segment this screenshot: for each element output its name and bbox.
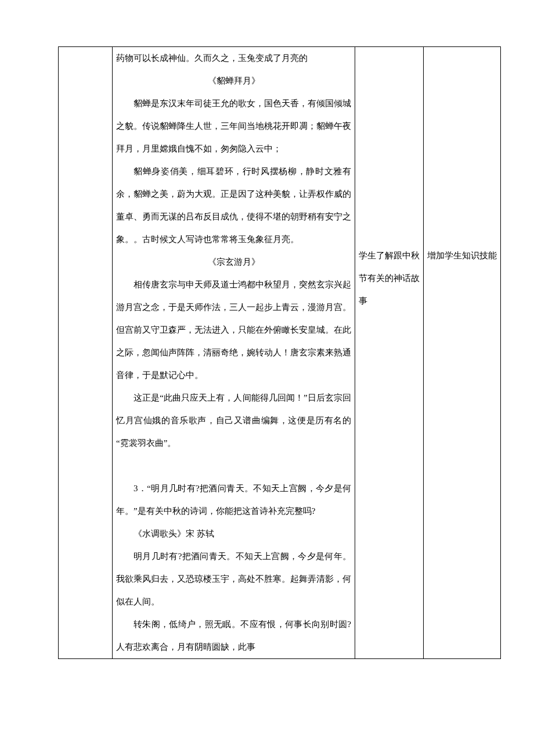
title-diaocan: 《貂蝉拜月》 bbox=[116, 70, 351, 92]
para: 相传唐玄宗与申天师及道士鸿都中秋望月，突然玄宗兴起游月宫之念，于是天师作法，三人… bbox=[116, 273, 351, 387]
document-table: 药物可以长成神仙。久而久之，玉兔变成了月亮的 《貂蝉拜月》 貂蝉是东汉末年司徒王… bbox=[58, 46, 501, 659]
cell-col0 bbox=[59, 47, 113, 659]
para bbox=[116, 455, 351, 477]
poem-title: 《水调歌头》宋 苏轼 bbox=[116, 523, 351, 545]
para: 貂蝉是东汉末年司徒王允的歌女，国色天香，有倾国倾城之貌。传说貂蝉降生人世，三年间… bbox=[116, 92, 351, 160]
poem-stanza: 转朱阁，低绮户，照无眠。不应有恨，何事长向别时圆?人有悲欢离合，月有阴晴圆缺，此… bbox=[116, 613, 351, 658]
para: 貂蝉身姿俏美，细耳碧环，行时风摆杨柳，静时文雅有余，貂蝉之美，蔚为大观。正是因了… bbox=[116, 160, 351, 251]
para: 这正是“此曲只应天上有，人间能得几回闻！”日后玄宗回忆月宫仙娥的音乐歌声，自己又… bbox=[116, 387, 351, 455]
para: 药物可以长成神仙。久而久之，玉兔变成了月亮的 bbox=[116, 47, 351, 70]
cell-col2: 学生了解跟中秋节有关的神话故事 bbox=[355, 47, 424, 659]
poem-stanza: 明月几时有?把酒问青天。不知天上宫阙，今夕是何年。我欲乘风归去，又恐琼楼玉宇，高… bbox=[116, 545, 351, 613]
page: 药物可以长成神仙。久而久之，玉兔变成了月亮的 《貂蝉拜月》 貂蝉是东汉末年司徒王… bbox=[0, 0, 534, 756]
table-row: 药物可以长成神仙。久而久之，玉兔变成了月亮的 《貂蝉拜月》 貂蝉是东汉末年司徒王… bbox=[59, 47, 501, 659]
student-activity: 学生了解跟中秋节有关的神话故事 bbox=[359, 244, 420, 312]
cell-col3: 增加学生知识技能 bbox=[424, 47, 501, 659]
para-question: 3．“明月几时有?把酒问青天。不知天上宫阙，今夕是何年。”是有关中秋的诗词，你能… bbox=[116, 477, 351, 523]
cell-col1: 药物可以长成神仙。久而久之，玉兔变成了月亮的 《貂蝉拜月》 貂蝉是东汉末年司徒王… bbox=[113, 47, 355, 659]
teaching-goal: 增加学生知识技能 bbox=[427, 244, 497, 267]
title-zongxuan: 《宗玄游月》 bbox=[116, 251, 351, 273]
